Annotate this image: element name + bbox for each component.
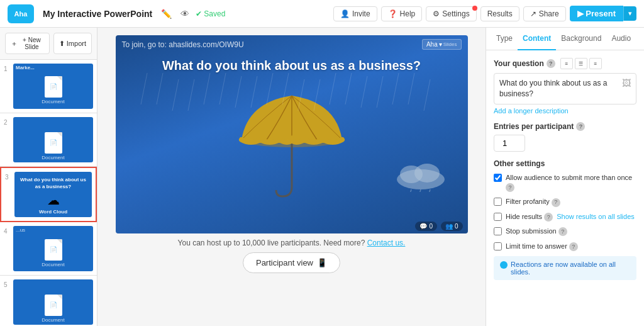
checkbox-limit-time: Limit time to answer ? [494,242,636,251]
slide-thumb-4: ...us 📄 Document [13,226,93,271]
allow-multiple-help-icon[interactable]: ? [506,183,514,192]
slide-question: What do you think about us as a business… [143,59,440,73]
svg-line-26 [428,189,430,192]
allow-multiple-checkbox[interactable] [494,174,502,182]
filter-profanity-checkbox[interactable] [494,198,502,206]
header-icons: ✏️ 👁 ✔ Saved [158,8,225,20]
umbrella-illustration [116,73,468,219]
present-button-group: ▶ Present ▾ [570,6,636,21]
slide-preview-container: To join, go to: ahaslides.com/OIW9U Aha … [116,35,468,233]
preview-button[interactable]: 👁 [178,8,192,20]
stop-submission-label: Stop submission ? [506,227,567,236]
panel-tabs: Type Content Background Audio [486,28,644,50]
align-left-button[interactable]: ≡ [560,58,573,69]
question-text: What do you think about us as a business… [499,78,622,99]
results-button[interactable]: Results [480,6,519,21]
svg-line-1 [172,79,179,111]
contact-us-link[interactable]: Contact us. [367,239,406,247]
hide-results-help-icon[interactable]: ? [544,213,553,222]
svg-line-0 [141,73,147,104]
slide-item-4[interactable]: 4 ...us 📄 Document [0,222,97,276]
import-button[interactable]: ⬆ Import [53,33,92,54]
cloud-svg [392,160,449,192]
svg-line-12 [219,73,226,104]
entries-label: Entries per participant ? [494,122,636,131]
present-main-button[interactable]: ▶ Present [570,6,623,21]
sidebar-toolbar: ＋ + New Slide ⬆ Import [0,28,97,60]
checkbox-hide-results: Hide results ? Show results on all slide… [494,212,636,222]
slide-item-1[interactable]: 1 Marke... 📄 Document [0,60,97,113]
help-button[interactable]: ❓ Help [381,6,423,21]
slide-item-5[interactable]: 5 📄 Document [0,276,97,326]
add-description-link[interactable]: Add a longer description [494,107,636,115]
svg-line-8 [392,73,399,104]
upload-icon: ⬆ [59,40,65,48]
right-panel: Type Content Background Audio Your quest… [486,28,644,326]
stop-submission-help-icon[interactable]: ? [558,227,567,236]
show-results-link[interactable]: Show results on all slides [557,213,635,220]
new-slide-button[interactable]: ＋ + New Slide [5,33,50,54]
tab-type[interactable]: Type [491,28,518,50]
slide-item-3[interactable]: 3 What do you think about us as a busine… [0,167,97,222]
aha-logo-small: Aha [426,41,438,48]
content-area: To join, go to: ahaslides.com/OIW9U Aha … [97,28,486,326]
tab-audio[interactable]: Audio [606,28,636,50]
participants-icon: 👥 [445,223,453,230]
profanity-help-icon[interactable]: ? [552,198,560,207]
participants-counter: 👥 0 [441,222,463,231]
svg-line-24 [409,189,411,192]
checkbox-allow-multiple: Allow audience to submit more than once … [494,173,636,193]
limit-time-help-icon[interactable]: ? [569,242,578,251]
allow-multiple-label: Allow audience to submit more than once … [506,173,636,193]
slide-item-2[interactable]: 2 📄 Document [0,113,97,167]
align-center-button[interactable]: ☰ [575,58,587,69]
mobile-icon: 📱 [317,258,327,267]
edit-title-button[interactable]: ✏️ [158,8,174,20]
main-layout: ＋ + New Slide ⬆ Import 1 Marke... 📄 Docu… [0,28,644,326]
question-help-icon[interactable]: ? [547,59,555,68]
question-input[interactable]: What do you think about us as a business… [494,73,636,104]
entries-help-icon[interactable]: ? [576,122,585,131]
checkbox-stop-submission: Stop submission ? [494,227,636,236]
tab-background[interactable]: Background [556,28,606,50]
svg-line-7 [361,76,367,108]
panel-body: Your question ? ≡ ☰ ≡ What do you think … [486,50,644,326]
stop-submission-checkbox[interactable] [494,227,502,235]
slide-bottom-bar: 💬 0 👥 0 [116,219,468,233]
limit-time-checkbox[interactable] [494,242,502,250]
entries-input[interactable] [494,135,525,152]
join-url: To join, go to: ahaslides.com/OIW9U [122,40,244,49]
slide-thumb-2: 📄 Document [13,117,93,162]
share-button[interactable]: ↗ Share [523,6,566,21]
app-title: My Interactive PowerPoint [43,9,152,19]
hide-results-checkbox[interactable] [494,213,502,221]
svg-line-9 [424,79,430,111]
svg-line-10 [157,73,163,104]
saved-indicator: ✔ Saved [196,9,225,18]
info-dot-icon [500,261,508,269]
svg-line-25 [419,189,421,192]
info-banner: Reactions are now available on all slide… [494,256,636,280]
invite-button[interactable]: 👤 Invite [333,6,377,21]
share-icon: ↗ [530,9,536,18]
host-note: You can host up to 10,000 live participa… [178,239,406,247]
slide-thumb-5: 📄 Document [13,279,93,325]
other-settings-label: Other settings [494,159,636,168]
hide-results-label: Hide results ? Show results on all slide… [506,212,635,222]
tab-content[interactable]: Content [518,28,556,50]
align-icons: ≡ ☰ ≡ [560,58,602,69]
image-upload-icon[interactable]: 🖼 [622,78,631,88]
svg-line-2 [204,73,210,104]
umbrella-svg [229,89,355,203]
align-right-button[interactable]: ≡ [589,58,602,69]
svg-line-17 [377,76,383,108]
participant-view-button[interactable]: Participant view 📱 [243,252,340,273]
responses-counter: 💬 0 [415,222,437,231]
slide-thumb-3: What do you think about us as a business… [14,172,92,217]
settings-badge-dot [472,6,477,11]
checkbox-filter-profanity: Filter profanity ? [494,197,636,206]
settings-button[interactable]: ⚙ Settings [426,6,476,21]
response-icon: 💬 [419,223,427,230]
present-dropdown-button[interactable]: ▾ [623,6,636,21]
your-question-label: Your question ? ≡ ☰ ≡ [494,58,636,69]
